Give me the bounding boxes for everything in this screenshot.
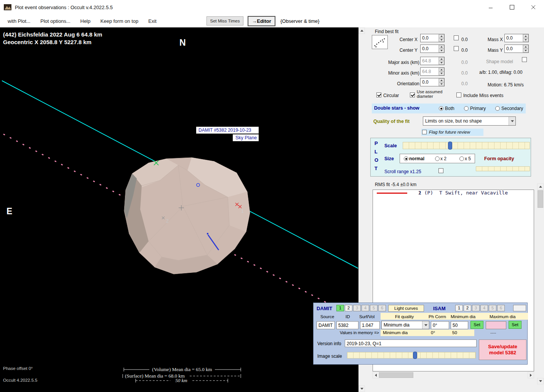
set-maximum-dia-button[interactable]: Set [509,321,522,329]
spin-down-icon[interactable] [439,38,444,42]
set-minimum-dia-button[interactable]: Set [470,321,483,329]
scrollbar-thumb[interactable] [379,372,413,378]
center-x-value[interactable]: 0.0 [421,34,438,42]
sky-plane-plot[interactable]: 2 1 DAMIT #5382 2019-10-23 Sky Plane (44… [0,27,358,392]
mass-y-label: Mass Y [483,48,503,53]
spin-down-icon[interactable] [439,49,444,53]
fit-quality-dropdown[interactable]: Minimum dia [381,321,429,329]
orientation-value[interactable]: 0.0 [421,78,438,86]
maximize-button[interactable] [501,0,523,14]
center-y-value[interactable]: 0.0 [421,45,438,53]
center-x-spinner[interactable]: 0.0 [420,34,445,42]
double-both-radio[interactable] [439,106,443,111]
spin-up-icon[interactable] [523,34,528,38]
image-scale-slider-thumb[interactable] [413,352,417,359]
blank-button[interactable] [513,305,526,311]
shape-model-checkbox[interactable] [522,57,527,62]
minor-axis-spinner[interactable]: 64.8 [420,67,445,76]
circular-checkbox[interactable] [376,92,381,97]
center-x-checkbox[interactable] [454,35,459,40]
menu-plot-options[interactable]: Plot options... [40,18,70,24]
ph-corrn-field[interactable]: 0° [431,321,449,329]
image-scale-slider[interactable] [347,352,476,359]
scroll-down-icon[interactable] [537,378,544,384]
id-field[interactable]: 5382 [336,321,358,329]
save-update-model-button[interactable]: Save/update model 5382 [479,339,526,360]
mass-x-value[interactable]: 0.0 [505,34,523,42]
menu-exit[interactable]: Exit [148,18,157,24]
menu-keep-form-on-top[interactable]: Keep form on top [101,18,139,24]
scroll-up-icon[interactable] [537,183,544,190]
surfvol-field[interactable]: 1.047 [360,321,380,329]
scale-slider[interactable] [403,142,530,149]
maximum-dia-field[interactable] [486,321,506,329]
find-best-fit-button[interactable] [372,35,388,49]
scroll-range-checkbox[interactable] [438,168,443,173]
mass-y-value[interactable]: 0.0 [505,45,523,53]
list-horizontal-scrollbar[interactable] [373,372,534,378]
spin-up-icon[interactable] [439,34,444,38]
isam-model-5-button: 5 [489,305,496,311]
panel-vertical-scrollbar[interactable] [537,183,544,384]
mass-x-spinner[interactable]: 0.0 [504,34,529,42]
spin-up-icon[interactable] [439,68,444,72]
size-radio-group: normal x 2 x 5 [400,154,475,163]
spin-down-icon[interactable] [523,38,528,42]
size-x2-radio[interactable] [435,156,440,161]
scale-slider-thumb[interactable] [448,142,452,150]
menu-help[interactable]: Help [80,18,91,24]
scroll-up-icon[interactable] [358,27,365,34]
scroll-left-icon[interactable] [373,372,379,378]
major-axis-spinner[interactable]: 64.8 [420,57,445,65]
editor-button[interactable]: →Editor [248,16,275,26]
spin-up-icon[interactable] [439,45,444,49]
use-assumed-diameter-checkbox[interactable] [410,92,415,97]
scroll-right-icon[interactable] [528,372,534,378]
damit-model-2-button[interactable]: 2 [345,305,352,311]
isam-model-1-button[interactable]: 1 [455,305,463,311]
minimum-dia-field[interactable]: 50 [451,321,468,329]
include-miss-events-label: Include Miss events [463,93,503,98]
major-axis-label: Major axis (km) [372,60,419,65]
spin-down-icon[interactable] [439,82,444,86]
flag-review-checkbox[interactable] [422,130,427,134]
source-field[interactable]: DAMIT [317,321,335,329]
occult-window: Plot event observations : Occult v.4.202… [0,0,544,392]
menu-with-plot[interactable]: with Plot... [8,18,30,24]
close-button[interactable] [523,0,544,14]
spin-down-icon[interactable] [439,61,444,65]
dropdown-arrow-icon[interactable] [509,117,515,125]
quality-dropdown[interactable]: Limits on size, but no shape [423,116,516,126]
scroll-down-icon[interactable] [358,386,365,392]
values-in-memory-label: Values in memory => [319,330,379,335]
orientation-aux-value: 0.0 [461,81,468,86]
spin-up-icon[interactable] [523,45,528,49]
double-primary-radio[interactable] [464,106,469,111]
light-curves-button[interactable]: Light curves [388,305,424,312]
scatter-plot-icon [373,37,387,48]
orientation-spinner[interactable]: 0.0 [420,78,445,86]
isam-model-2-button[interactable]: 2 [464,305,471,311]
major-axis-value[interactable]: 64.8 [421,57,438,65]
size-normal-radio[interactable] [404,156,408,161]
version-info-field[interactable]: 2019-10-23, Q=1 [345,339,477,347]
form-opacity-slider[interactable] [476,166,530,171]
minor-axis-value[interactable]: 64.8 [421,68,438,75]
include-miss-events-checkbox[interactable] [456,92,461,97]
scrollbar-thumb[interactable] [538,190,543,208]
isam-model-3-button: 3 [472,305,480,311]
save-button-line1: Save/update [488,344,517,350]
minimize-button[interactable] [480,0,501,14]
spin-down-icon[interactable] [439,72,444,75]
spin-down-icon[interactable] [523,49,528,53]
size-x5-radio[interactable] [459,156,464,161]
set-miss-times-button[interactable]: Set Miss Times [206,16,243,25]
dropdown-arrow-icon[interactable] [422,321,429,329]
center-y-spinner[interactable]: 0.0 [420,45,445,53]
damit-model-1-button[interactable]: 1 [336,305,344,311]
mass-y-spinner[interactable]: 0.0 [504,45,529,53]
spin-up-icon[interactable] [439,57,444,61]
center-y-checkbox[interactable] [454,46,459,51]
spin-up-icon[interactable] [439,78,444,82]
double-secondary-radio[interactable] [495,106,500,111]
